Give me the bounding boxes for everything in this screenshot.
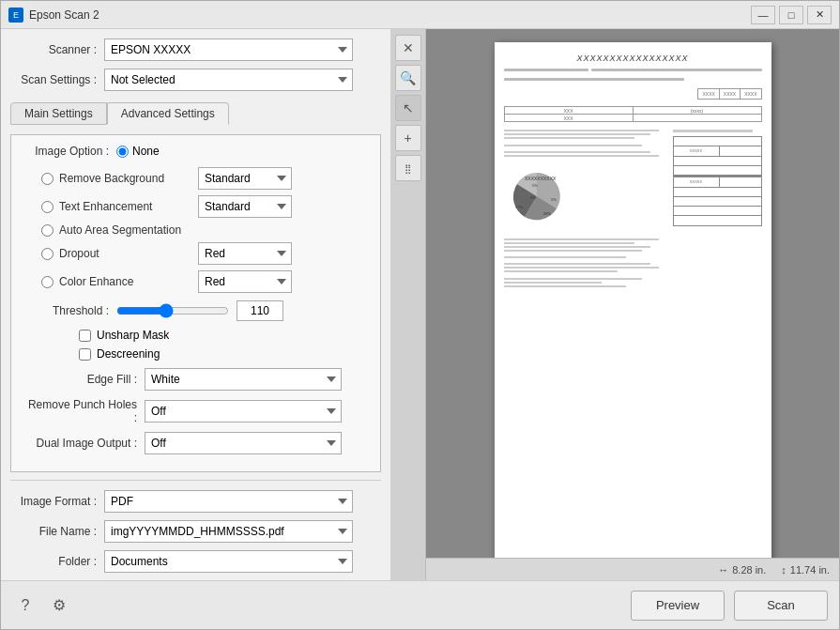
unsharp-mask-row: Unsharp Mask — [79, 329, 369, 342]
threshold-input[interactable]: 110 — [237, 300, 283, 321]
remove-background-radio[interactable] — [41, 173, 53, 185]
dual-image-label: Dual Image Output : — [23, 437, 145, 450]
tab-advanced-settings[interactable]: Advanced Settings — [107, 102, 229, 125]
svg-text:28%: 28% — [543, 211, 551, 216]
right-panel: ✕ 🔍 ↖ + ⣿ XXXXXXXXXXXXXXXXX — [390, 29, 839, 580]
file-name-select[interactable]: imgYYYYMMDD_HHMMSSSS.pdf — [104, 520, 353, 543]
descreening-row: Descreening — [79, 347, 369, 361]
image-option-row: Image Option : None — [23, 145, 369, 158]
options-section: Remove Background Standard Text Enhancem… — [41, 167, 369, 293]
left-panel: Scanner : EPSON XXXXX Scan Settings : No… — [1, 29, 390, 580]
color-enhance-select[interactable]: Red — [198, 270, 292, 293]
window-title: Epson Scan 2 — [29, 8, 751, 22]
action-right: Preview Scan — [631, 591, 828, 621]
color-enhance-label: Color Enhance — [59, 275, 198, 288]
right-toolbar: ✕ 🔍 ↖ + ⣿ — [390, 29, 426, 580]
titlebar: E Epson Scan 2 — □ ✕ — [1, 1, 839, 29]
remove-punch-row: Remove Punch Holes : Off — [23, 398, 369, 424]
width-value: 8.28 in. — [732, 564, 766, 576]
remove-punch-select[interactable]: Off — [145, 400, 342, 423]
folder-label: Folder : — [10, 555, 104, 568]
zoom-in-button[interactable]: 🔍 — [395, 65, 421, 91]
main-content: Scanner : EPSON XXXXX Scan Settings : No… — [1, 29, 839, 580]
text-enhancement-row: Text Enhancement Standard — [41, 195, 369, 218]
auto-area-label: Auto Area Segmentation — [59, 223, 198, 237]
svg-text:5%: 5% — [532, 183, 538, 188]
height-icon: ↕ — [781, 564, 787, 576]
color-enhance-row: Color Enhance Red — [41, 270, 369, 293]
auto-area-radio[interactable] — [41, 224, 53, 237]
unsharp-mask-checkbox[interactable] — [79, 330, 91, 342]
scanner-label: Scanner : — [10, 43, 104, 56]
remove-background-row: Remove Background Standard — [41, 167, 369, 190]
gear-icon: ⚙ — [53, 596, 66, 614]
document-preview: XXXXXXXXXXXXXXXXX XXXX XXXX XXXX — [495, 42, 771, 568]
bottom-form: Image Format : PDF File Name : imgYYYYMM… — [10, 480, 381, 580]
height-value: 11.74 in. — [790, 564, 830, 576]
remove-punch-label: Remove Punch Holes : — [23, 398, 145, 424]
dropout-select[interactable]: Red — [198, 242, 292, 265]
action-left: ? ⚙ — [12, 592, 72, 619]
dropout-radio[interactable] — [41, 248, 53, 260]
image-option-none-radio[interactable] — [116, 146, 129, 158]
height-status: ↕ 11.74 in. — [781, 564, 830, 576]
help-button[interactable]: ? — [12, 592, 38, 619]
image-option-radio-group: None — [116, 145, 160, 158]
edge-fill-row: Edge Fill : White — [23, 368, 369, 391]
image-format-select[interactable]: PDF — [104, 490, 353, 513]
pie-chart: 5% 5% 28% 17% 3% XXXXXXXXXX — [504, 163, 570, 229]
preview-area: XXXXXXXXXXXXXXXXX XXXX XXXX XXXX — [426, 29, 839, 580]
close-button[interactable]: ✕ — [807, 6, 832, 24]
width-status: ↔ 8.28 in. — [718, 564, 766, 576]
doc-title: XXXXXXXXXXXXXXXXX — [504, 54, 762, 63]
descreening-label: Descreening — [97, 347, 160, 361]
settings-panel: Image Option : None Remove Background St… — [10, 134, 381, 472]
cursor-button[interactable]: ↖ — [395, 95, 421, 121]
svg-text:3%: 3% — [530, 195, 536, 200]
scanner-row: Scanner : EPSON XXXXX — [10, 38, 381, 61]
color-enhance-radio[interactable] — [41, 276, 53, 288]
remove-background-select[interactable]: Standard — [198, 167, 292, 190]
text-enhancement-select[interactable]: Standard — [198, 195, 292, 218]
folder-select[interactable]: Documents — [104, 550, 353, 573]
grip-button[interactable]: ⣿ — [395, 155, 421, 181]
edge-fill-label: Edge Fill : — [23, 373, 145, 386]
remove-background-label: Remove Background — [59, 172, 198, 185]
tab-main-settings[interactable]: Main Settings — [10, 102, 107, 125]
dropout-label: Dropout — [59, 247, 198, 260]
svg-text:17%: 17% — [515, 205, 523, 209]
svg-text:5%: 5% — [551, 197, 557, 202]
file-name-row: File Name : imgYYYYMMDD_HHMMSSSS.pdf — [10, 520, 381, 543]
main-window: E Epson Scan 2 — □ ✕ Scanner : EPSON XXX… — [0, 0, 840, 630]
text-enhancement-label: Text Enhancement — [59, 200, 198, 213]
scan-settings-label: Scan Settings : — [10, 73, 104, 86]
threshold-slider[interactable] — [116, 303, 229, 318]
edge-fill-select[interactable]: White — [145, 368, 342, 391]
action-bar: ? ⚙ Preview Scan — [1, 580, 839, 629]
add-button[interactable]: + — [395, 125, 421, 151]
auto-area-row: Auto Area Segmentation — [41, 223, 369, 237]
unsharp-mask-label: Unsharp Mask — [97, 329, 169, 342]
image-option-label: Image Option : — [23, 145, 116, 158]
settings-button[interactable]: ⚙ — [46, 592, 72, 619]
image-format-label: Image Format : — [10, 495, 104, 508]
status-bar: ↔ 8.28 in. ↕ 11.74 in. — [426, 558, 839, 580]
width-icon: ↔ — [718, 564, 728, 576]
preview-button[interactable]: Preview — [631, 591, 725, 621]
file-name-label: File Name : — [10, 525, 104, 538]
minimize-button[interactable]: — — [751, 6, 775, 24]
app-icon: E — [8, 8, 23, 23]
tabs: Main Settings Advanced Settings — [10, 102, 381, 125]
scan-settings-select[interactable]: Not Selected — [104, 69, 353, 91]
threshold-label: Threshold : — [41, 304, 116, 317]
dual-image-select[interactable]: Off — [145, 432, 342, 454]
scan-button[interactable]: Scan — [734, 591, 828, 621]
dropout-row: Dropout Red — [41, 242, 369, 265]
scanner-select[interactable]: EPSON XXXXX — [104, 38, 353, 61]
maximize-button[interactable]: □ — [779, 6, 803, 24]
image-option-none-label: None — [132, 145, 160, 158]
close-preview-button[interactable]: ✕ — [395, 35, 421, 61]
threshold-row: Threshold : 110 — [41, 300, 369, 321]
text-enhancement-radio[interactable] — [41, 201, 53, 213]
descreening-checkbox[interactable] — [79, 348, 91, 361]
